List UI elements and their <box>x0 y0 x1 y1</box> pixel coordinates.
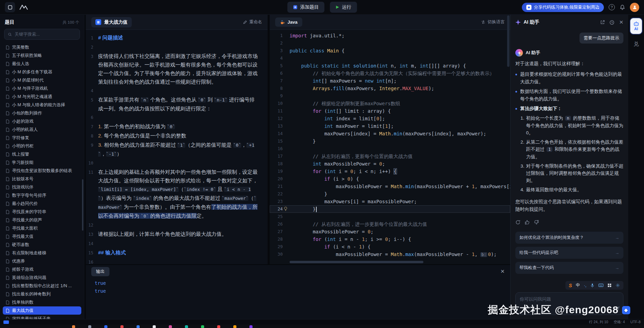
sidebar-item[interactable]: 小 M 与狼人猎者的能力选择 <box>3 101 81 109</box>
code-line[interactable]: 29 if (i < n - 1) { <box>270 243 510 251</box>
code-line[interactable]: 14 maxPowers[index] = Math.min(maxPowers… <box>270 130 510 137</box>
code-line[interactable]: 7 int[] maxPowers = new int[n]; <box>270 77 510 85</box>
ime-grid-icon[interactable] <box>607 283 612 288</box>
sidebar-item[interactable]: 小超的游戏 <box>3 117 81 125</box>
markdown-line[interactable]: 3. 相邻角色的战力值差距不能超过 `1`（之间的差值可能是 `0`，`+1`，… <box>98 141 268 158</box>
problem-title-chip[interactable]: ≣ 最大战力值 <box>91 17 132 27</box>
sidebar-item[interactable]: 寻找最大面积 <box>3 224 81 232</box>
markdown-line[interactable]: # 问题描述 <box>98 33 268 42</box>
code-line[interactable]: 16 <box>270 145 510 153</box>
sidebar-item[interactable]: 找出最长的神奇数列 <box>3 290 81 298</box>
markdown-line[interactable]: ## 输入格式 <box>98 248 268 257</box>
indentation-setting[interactable]: 空格: 4 <box>614 320 625 325</box>
redeem-icon[interactable]: 兑 <box>634 41 639 47</box>
markdown-line[interactable] <box>98 86 268 95</box>
markdown-line[interactable]: 疫情使得人们线下社交隔离，进而刺激了宅娱乐经济，令手机游戏市场份额再次创新纪录。… <box>98 52 268 86</box>
sidebar-item[interactable]: 小 M 的星球时代 <box>3 76 81 84</box>
code-line[interactable]: 9 <box>270 92 510 100</box>
code-line[interactable]: 20 if (i > 0) { <box>270 175 510 183</box>
run-button[interactable]: 运行 <box>330 2 357 13</box>
code-line[interactable]: 3public class Main { <box>270 47 510 54</box>
rename-button[interactable]: 重命名 <box>243 19 262 25</box>
problem-content[interactable]: 1# 问题描述23疫情使得人们线下社交隔离，进而刺激了宅娱乐经济，令手机游戏市场… <box>86 30 268 264</box>
markdown-line[interactable] <box>98 158 268 168</box>
taskbar-icon[interactable] <box>185 325 188 328</box>
microphone-icon[interactable] <box>590 283 595 288</box>
sidebar-item[interactable]: 寻找包含斐波那契数最多的链表 <box>3 167 81 175</box>
history-icon[interactable] <box>609 20 614 25</box>
sidebar-item[interactable]: 小 M 的多任务下载器 <box>3 68 81 76</box>
code-line[interactable]: 28 for (int i = n - 1; i >= 0; i--) { <box>270 235 510 243</box>
language-tab[interactable]: Java <box>275 17 302 27</box>
taskbar-icon[interactable] <box>120 325 124 328</box>
code-line[interactable]: 10 // 根据给定的限制更新maxPowers数组 <box>270 100 510 107</box>
sidebar-scrollbar[interactable] <box>82 179 83 231</box>
code-line[interactable]: 24 } <box>270 205 510 213</box>
sidebar-item[interactable]: 摇骰子游戏 <box>3 265 81 274</box>
sidebar-item[interactable]: 小 M 与光明之魂速通 <box>3 93 81 101</box>
markdown-line[interactable]: 在某款手游里共有 `n` 个角色。这些角色从 `0` 到 `n-1` 进行编号排… <box>98 95 268 113</box>
suggestion-chip[interactable]: 帮我检查一下代码→ <box>515 262 623 274</box>
markdown-line[interactable] <box>98 42 268 52</box>
sidebar-item[interactable]: 寻找最大的葫芦 <box>3 216 81 224</box>
code-line[interactable]: 5 public static int solution(int n, int … <box>270 62 510 70</box>
sidebar-item[interactable]: 五子棋获胜策略 <box>3 51 81 60</box>
markdown-line[interactable]: 1. 第一个角色的初始战力值为 `0` <box>98 122 268 131</box>
taskbar-icon[interactable] <box>217 325 220 328</box>
ime-language-mode[interactable]: 中 <box>576 282 580 288</box>
code-line[interactable]: 26 // 从右到左遍历，进一步更新每个位置的最大战力值 <box>270 220 510 228</box>
thumbs-down-button[interactable] <box>534 220 539 225</box>
markdown-line[interactable]: 在上边规则的基础上会再额外对其中的一些角色增加一些限制，设定最大战力值。这些限制… <box>98 168 268 220</box>
code-line[interactable]: 22 } <box>270 190 510 198</box>
code-line[interactable]: 21 maxPossiblePower = Math.min(maxPossib… <box>270 183 510 190</box>
sidebar-item[interactable]: 小明的机器人 <box>3 125 81 134</box>
code-line[interactable]: 12 int index = limit[0]; <box>270 115 510 122</box>
ime-settings-icon[interactable] <box>616 283 620 288</box>
markdown-line[interactable] <box>98 113 268 122</box>
taskbar-icon[interactable] <box>201 325 204 328</box>
remote-indicator[interactable] <box>3 320 9 324</box>
notifications-button[interactable] <box>620 4 625 10</box>
close-output-icon[interactable]: ✕ <box>500 268 505 275</box>
sidebar-item[interactable]: 最佳人选 <box>3 60 81 68</box>
sidebar-item[interactable]: 小 M 与弹子游戏机 <box>3 84 81 93</box>
code-line[interactable]: 23 maxPowers[i] = maxPossiblePower; <box>270 198 510 205</box>
code-line[interactable]: 6 // 初始化每个角色的最大战力值为无限大（实际编程中需要用一个足够大的数表示… <box>270 70 510 77</box>
sidebar-item[interactable]: 最大战力值 <box>3 306 81 315</box>
sidebar-item[interactable]: 数字字母句号排序 <box>3 191 81 199</box>
marscode-logo[interactable] <box>19 2 29 12</box>
ime-toolbar[interactable]: S 中 ·, <box>565 281 623 290</box>
markdown-line[interactable] <box>98 239 268 248</box>
add-problem-button[interactable]: 添加题目 <box>287 2 324 13</box>
sidebar-item[interactable]: 有点限制地走楼梯 <box>3 249 81 257</box>
code-line[interactable]: 19 for (int i = 0; i < n; i++) { <box>270 168 510 175</box>
switch-language-button[interactable]: 切换语言 <box>481 19 505 25</box>
sidebar-item[interactable]: 优惠券 <box>3 257 81 265</box>
ime-punctuation-icon[interactable]: ·, <box>584 283 586 288</box>
lightbulb-icon[interactable] <box>283 207 288 211</box>
search-input[interactable] <box>15 32 76 37</box>
code-line[interactable]: 1import java.util.*; <box>270 32 510 39</box>
search-box[interactable] <box>4 29 80 40</box>
sidebar-item[interactable]: 寻找原来的字符串 <box>3 208 81 216</box>
regenerate-button[interactable] <box>515 220 520 225</box>
output-tab[interactable]: 输出 <box>91 267 109 276</box>
taskbar-icon[interactable] <box>88 325 91 328</box>
sidebar-item[interactable]: 找单独的数 <box>3 298 81 306</box>
suggestion-chip[interactable]: 如何优化这个算法的时间复杂度？→ <box>515 232 623 244</box>
code-line[interactable]: 25 <box>270 213 510 220</box>
taskbar-icon[interactable] <box>137 325 140 328</box>
taskbar-icon[interactable] <box>169 325 172 328</box>
sidebar-item[interactable]: 寻找最大值 <box>3 232 81 241</box>
taskbar-icon[interactable] <box>233 325 236 328</box>
share-icon[interactable] <box>600 20 605 25</box>
suggestion-chip[interactable]: 给我一些代码提示吧→ <box>515 247 623 259</box>
code-line[interactable]: 8 Arrays.fill(maxPowers, Integer.MAX_VAL… <box>270 85 510 92</box>
sidebar-item[interactable]: 最小趋同代价 <box>3 199 81 208</box>
taskbar-icon[interactable] <box>249 325 253 328</box>
cursor-position[interactable]: 行 24, 列 10 <box>589 320 608 325</box>
keyboard-icon[interactable] <box>598 283 604 288</box>
code-area[interactable]: 1import java.util.*;23public class Main … <box>270 30 510 264</box>
sidebar-item[interactable]: 线上报警 <box>3 150 81 158</box>
thumbs-up-button[interactable] <box>525 220 530 225</box>
